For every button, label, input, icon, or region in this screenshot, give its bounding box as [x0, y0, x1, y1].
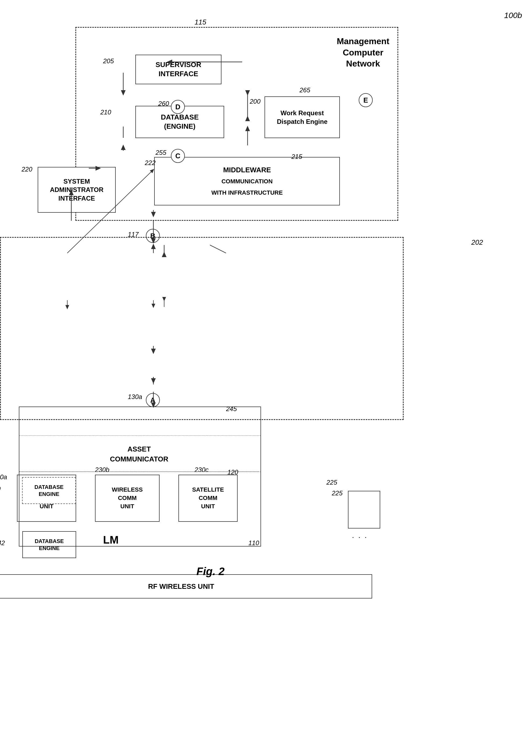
- supervisor-interface-box: SUPERVISORINTERFACE: [135, 55, 221, 84]
- ref-205: 205: [103, 57, 114, 65]
- dots-right: . . .: [352, 531, 368, 540]
- asset-outer-box: RF WIRELESS UNIT ASSETCOMMUNICATOR DATAB…: [19, 407, 261, 547]
- asset-communicator-label: ASSETCOMMUNICATOR: [110, 444, 168, 464]
- ref-242: 242: [0, 539, 5, 547]
- ref-225-right1: 225: [326, 479, 337, 486]
- ref-200: 200: [250, 98, 261, 105]
- ref-225-right2: 225: [332, 490, 342, 497]
- lm-outer-box: 230a 230b 230c WIREDCOMMUNIT WIRELESSCOM…: [0, 237, 404, 420]
- db-engine-asset-label: DATABASEENGINE: [35, 484, 63, 498]
- ref-255: 255: [156, 149, 166, 156]
- work-request-label: Work RequestDispatch Engine: [277, 109, 327, 125]
- ref-130a: 130a: [128, 393, 142, 401]
- sys-admin-label: SYSTEMADMINISTRATORINTERFACE: [50, 177, 103, 202]
- ref-245: 245: [226, 405, 237, 413]
- ref-115: 115: [194, 18, 206, 26]
- ref-265: 265: [299, 86, 310, 94]
- ref-250: 250: [0, 485, 1, 493]
- circle-C: C: [171, 149, 185, 163]
- ref-100b: 100b: [504, 11, 522, 20]
- ref-120: 120: [227, 469, 238, 476]
- ref-222: 222: [145, 159, 156, 167]
- db-engine-asset: DATABASEENGINE: [22, 477, 76, 504]
- ref-215: 215: [291, 153, 302, 160]
- fig-label: Fig. 2: [196, 565, 224, 578]
- rf-wireless-lm-label: RF WIRELESS UNIT: [148, 582, 214, 591]
- ref-202: 202: [471, 238, 483, 247]
- circle-D: D: [171, 100, 185, 114]
- mgmt-network-box: 115 ManagementComputerNetwork SUPERVISOR…: [75, 27, 398, 221]
- diagram-container: 100b 115 ManagementComputerNetwork SUPER…: [21, 16, 506, 730]
- supervisor-interface-label: SUPERVISORINTERFACE: [156, 60, 201, 79]
- circle-A: A: [146, 393, 160, 407]
- worker-box-right: [348, 491, 380, 528]
- work-request-box: Work RequestDispatch Engine: [265, 96, 340, 138]
- ref-210: 210: [100, 109, 111, 116]
- middleware-box: MIDDLEWARECOMMUNICATIONWITH INFRASTRUCTU…: [154, 157, 340, 205]
- ref-220: 220: [21, 166, 32, 173]
- mgmt-network-label: ManagementComputerNetwork: [337, 36, 390, 69]
- ref-260: 260: [158, 100, 169, 107]
- asset-comm-label: ASSETCOMMUNICATOR: [19, 437, 259, 472]
- ref-230a: 230a: [0, 473, 7, 481]
- circle-E: E: [359, 93, 373, 107]
- rf-wireless-lm: RF WIRELESS UNIT: [0, 574, 372, 599]
- database-engine-label: DATABASE(ENGINE): [161, 113, 199, 131]
- middleware-label: MIDDLEWARECOMMUNICATIONWITH INFRASTRUCTU…: [211, 165, 283, 198]
- sys-admin-box: SYSTEMADMINISTRATORINTERFACE: [38, 167, 116, 213]
